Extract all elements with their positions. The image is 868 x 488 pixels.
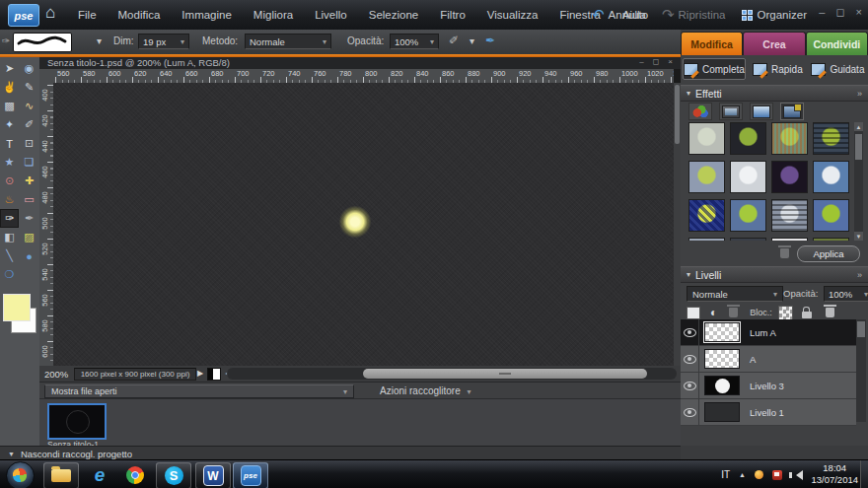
layer-row-lum-a[interactable]: Lum A	[681, 319, 856, 346]
taskbar-explorer[interactable]	[43, 462, 79, 488]
status-expand-icon[interactable]: ▶	[197, 369, 203, 378]
apply-button[interactable]: Applica	[797, 245, 860, 262]
tool-cookie-cutter[interactable]: ★	[0, 153, 19, 172]
brush-caret-icon[interactable]: ▾	[97, 35, 102, 46]
taskbar-internet-explorer[interactable]: e	[83, 462, 116, 487]
layer-thumbnail[interactable]	[704, 376, 740, 395]
effects-trash-icon[interactable]	[780, 248, 789, 258]
layer-opacity-dropdown[interactable]: 100% ▾	[824, 286, 868, 302]
vscroll-thumb[interactable]	[675, 85, 680, 144]
show-open-files-dropdown[interactable]: Mostra file aperti ▾	[44, 384, 354, 398]
canvas-vertical-scrollbar[interactable]	[674, 83, 681, 366]
filters-category-icon[interactable]	[688, 103, 712, 120]
undo-button[interactable]: ↶ Annulla	[592, 6, 646, 24]
mode-rapida[interactable]: Rapida	[750, 59, 806, 79]
taskbar-chrome[interactable]	[118, 462, 152, 487]
brush-settings-icon[interactable]: ✒	[485, 34, 495, 47]
open-file-thumbnail[interactable]	[47, 403, 107, 440]
tool-move[interactable]: ➤	[0, 59, 19, 78]
layer-visibility-toggle[interactable]	[681, 373, 699, 398]
taskbar-clock[interactable]: 18:04 13/07/2014	[811, 462, 858, 486]
tool-red-eye-removal[interactable]: ⊙	[0, 172, 19, 190]
doc-restore-icon[interactable]: ◻	[653, 57, 660, 66]
layer-thumbnail[interactable]	[704, 322, 740, 342]
menu-immagine[interactable]: Immagine	[171, 0, 243, 30]
layer-visibility-toggle[interactable]	[681, 399, 699, 425]
maximize-icon[interactable]: ◻	[835, 6, 844, 19]
tool-type[interactable]: T	[0, 134, 19, 153]
layers-scrollbar[interactable]	[856, 319, 866, 422]
hidden-icons-arrow[interactable]: ▲	[739, 471, 746, 478]
layer-blend-mode-dropdown[interactable]: Normale ▾	[687, 286, 783, 302]
foreground-color-swatch[interactable]	[3, 294, 31, 321]
all-effects-category-icon[interactable]	[780, 103, 804, 120]
mode-completa[interactable]: Completa	[683, 58, 746, 80]
new-layer-icon[interactable]	[687, 307, 700, 319]
adjustment-layer-icon[interactable]: ◐	[710, 308, 717, 318]
effects-panel-header[interactable]: ▾ Effetti »	[681, 85, 868, 102]
tool-paint-bucket[interactable]: ◧	[0, 228, 19, 246]
show-desktop-button[interactable]	[860, 460, 868, 488]
menu-migliora[interactable]: Migliora	[243, 0, 304, 30]
organizer-button[interactable]: Organizer	[742, 9, 808, 21]
menu-selezione[interactable]: Selezione	[358, 0, 430, 30]
lock-all-icon[interactable]	[802, 312, 812, 318]
tool-magic-wand[interactable]: ✦	[0, 115, 19, 134]
airbrush-caret-icon[interactable]: ▾	[470, 35, 474, 46]
start-button[interactable]	[6, 461, 35, 488]
opacity-dropdown[interactable]: 100% ▾	[390, 34, 439, 49]
effects-scroll-thumb[interactable]	[855, 134, 862, 160]
effect-thumbnail-8[interactable]	[813, 161, 849, 193]
effect-thumbnail-9[interactable]	[688, 199, 725, 232]
taskbar-skype[interactable]: S	[156, 462, 191, 488]
hide-project-bin-button[interactable]: ▼ Nascondi raccogl. progetto	[0, 446, 681, 460]
effect-thumbnail-10[interactable]	[730, 199, 766, 232]
effect-thumbnail-3[interactable]	[771, 122, 808, 155]
photo-effects-category-icon[interactable]	[750, 103, 773, 120]
zoom-level[interactable]: 200%	[44, 369, 68, 380]
brush-size-dropdown[interactable]: 19 px ▾	[138, 34, 189, 49]
layer-thumbnail[interactable]	[704, 349, 740, 369]
scroll-down-icon[interactable]: ▼	[854, 232, 863, 241]
bin-actions-menu[interactable]: Azioni raccoglitore ▾	[380, 385, 471, 396]
menu-livello[interactable]: Livello	[304, 0, 358, 30]
taskbar-word[interactable]: W	[195, 462, 231, 488]
effect-thumbnail-14[interactable]	[730, 238, 766, 241]
brush-stroke-preview[interactable]	[13, 33, 72, 52]
doc-close-icon[interactable]: ×	[668, 57, 673, 66]
tool-smart-brush[interactable]: ✒	[20, 209, 38, 228]
effects-scrollbar[interactable]: ▲ ▼	[854, 122, 863, 241]
close-icon[interactable]: ×	[856, 6, 862, 19]
document-canvas[interactable]	[53, 83, 674, 366]
home-icon[interactable]: ⌂	[45, 3, 55, 23]
lock-transparency-icon[interactable]	[778, 306, 793, 320]
layer-styles-category-icon[interactable]	[719, 103, 743, 120]
effect-thumbnail-12[interactable]	[813, 199, 849, 232]
effect-thumbnail-11[interactable]	[771, 199, 808, 232]
tab-condividi[interactable]: Condividi	[806, 32, 868, 55]
layers-scroll-thumb[interactable]	[857, 321, 865, 337]
hscroll-thumb[interactable]	[363, 369, 647, 379]
document-size-info[interactable]: 1600 pixel x 900 pixel (300 ppi)	[74, 368, 196, 381]
menu-visualizza[interactable]: Visualizza	[476, 0, 549, 30]
panel-menu-icon[interactable]: »	[857, 270, 862, 280]
tray-app-icon-1[interactable]	[755, 470, 763, 479]
airbrush-toggle-icon[interactable]: ✐	[449, 34, 459, 47]
effect-thumbnail-1[interactable]	[688, 122, 725, 155]
layer-visibility-toggle[interactable]	[681, 319, 699, 345]
layer-thumbnail[interactable]	[704, 402, 740, 422]
tool-healing-brush[interactable]: ✚	[20, 172, 38, 190]
tray-app-icon-2[interactable]	[772, 470, 782, 480]
tool-lasso[interactable]: ∿	[20, 97, 38, 115]
tab-modifica[interactable]: Modifica	[681, 32, 743, 55]
tool-blur[interactable]: ●	[20, 246, 38, 265]
tool-hand[interactable]: ✌	[0, 78, 19, 97]
volume-icon[interactable]	[791, 470, 803, 480]
layers-panel-header[interactable]: ▾ Livelli »	[681, 266, 868, 283]
effect-thumbnail-13[interactable]	[688, 238, 725, 241]
panel-menu-icon[interactable]: »	[857, 89, 862, 99]
effect-thumbnail-15[interactable]	[771, 238, 808, 241]
delete-layer-icon[interactable]	[826, 308, 834, 317]
tool-crop[interactable]: ⊡	[20, 134, 38, 153]
tool-eraser[interactable]: ▭	[20, 190, 38, 209]
